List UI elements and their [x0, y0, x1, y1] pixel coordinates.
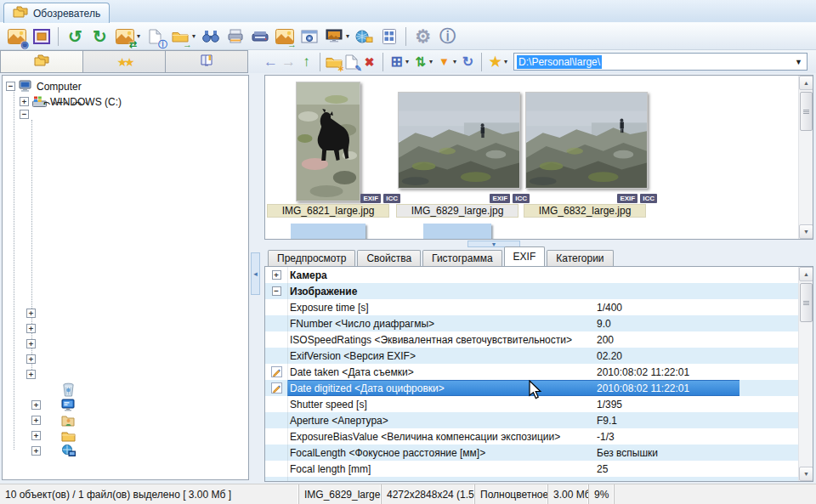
settings-icon[interactable]: ⚙ — [411, 25, 434, 48]
exif-group-toggle[interactable]: + — [272, 270, 281, 280]
slideshow-dropdown-icon[interactable]: ▾ — [346, 32, 349, 40]
scroll-up-button[interactable]: ▲ — [799, 76, 813, 90]
exif-row[interactable]: Focal length [mm]25 — [265, 461, 798, 477]
exif-row[interactable]: Aperture <Апертура>F9.1 — [265, 412, 798, 428]
tree-expand-toggle[interactable]: − — [6, 82, 15, 91]
tab-предпросмотр[interactable]: Предпросмотр — [268, 250, 355, 266]
tree-expand-toggle[interactable]: + — [26, 339, 36, 348]
refresh-icon[interactable]: ↻ — [459, 53, 477, 71]
thumbnail-image[interactable] — [525, 92, 648, 189]
tab-категории[interactable]: Категории — [547, 250, 613, 266]
scroll-down-button[interactable]: ▼ — [799, 467, 813, 481]
tree-item[interactable]: + — [26, 306, 36, 320]
tree-expand-toggle[interactable]: + — [31, 431, 41, 440]
forward-icon[interactable]: → — [280, 53, 298, 71]
pane-tab-favorites[interactable]: ★★ — [83, 50, 166, 73]
sort-dropdown-icon[interactable]: ▾ — [429, 58, 433, 65]
exif-row[interactable]: Exposure time [s]1/400 — [265, 299, 798, 315]
tree-item[interactable]: + — [26, 352, 36, 366]
open-with-dropdown-icon[interactable]: ▾ — [192, 32, 196, 40]
exif-row[interactable]: SubSecTime053 — [265, 477, 798, 482]
tree-expand-toggle[interactable]: + — [26, 324, 36, 333]
screen-capture-icon[interactable] — [298, 25, 320, 48]
tree-expand-toggle[interactable]: + — [31, 416, 41, 425]
tree-expand-toggle[interactable]: + — [26, 370, 36, 379]
upload-web-icon[interactable] — [353, 25, 376, 48]
thumbnail-filename[interactable]: IMG_6829_large.jpg — [396, 204, 518, 218]
view-mode-dropdown-icon[interactable]: ▾ — [405, 58, 409, 65]
thumbnail-image[interactable] — [296, 82, 360, 201]
filter-dropdown-icon[interactable]: ▾ — [453, 58, 456, 65]
slideshow-icon[interactable] — [322, 25, 345, 48]
tab-exif[interactable]: EXIF — [504, 246, 546, 266]
exif-row[interactable]: −Изображение — [265, 283, 798, 299]
pane-tab-albums[interactable] — [166, 50, 248, 73]
edit-field-icon[interactable] — [271, 382, 282, 394]
scrollbar-thumb[interactable] — [800, 283, 813, 322]
address-bar[interactable]: D:\Personal\large\ ▼ — [513, 53, 808, 71]
delete-icon[interactable]: ✖ — [360, 53, 378, 71]
scrollbar-thumb[interactable] — [800, 92, 813, 131]
vertical-scrollbar[interactable]: ▲▼ — [798, 76, 813, 239]
tree-item[interactable]: + — [26, 367, 36, 382]
thumbnail-partial-selected[interactable] — [423, 224, 491, 240]
thumbnail-partial-selected[interactable] — [291, 224, 366, 240]
thumbnail-filename[interactable]: IMG_6832_large.jpg — [524, 204, 646, 218]
exif-row-selected[interactable]: Date digitized <Дата оцифровки>2010:08:0… — [265, 380, 798, 396]
view-image-icon[interactable]: ◉ — [5, 25, 28, 48]
tree-item[interactable]: + — [31, 444, 76, 458]
tree-item-clipped[interactable]: DATA (D:) — [43, 100, 111, 105]
exif-row[interactable]: ExifVersion <Версия EXIF>02.20 — [265, 348, 798, 364]
pane-tab-folders[interactable] — [0, 50, 83, 73]
tree-item[interactable]: + — [31, 428, 76, 443]
tree-splitter-handle[interactable]: ◂ — [251, 252, 260, 295]
new-folder-icon[interactable]: ∗ — [325, 53, 343, 71]
edit-field-icon[interactable] — [271, 366, 282, 377]
up-icon[interactable]: ↑ — [298, 53, 315, 71]
favorites-menu-dropdown-icon[interactable]: ▾ — [504, 58, 507, 65]
export-icon[interactable]: → — [273, 25, 296, 48]
tree-expand-toggle[interactable]: + — [31, 400, 41, 410]
convert-dropdown-icon[interactable]: ▾ — [137, 32, 140, 40]
open-with-icon[interactable]: → — [168, 25, 191, 48]
tree-item[interactable]: + — [26, 321, 36, 336]
tree-expand-toggle[interactable]: + — [26, 309, 36, 318]
exif-row[interactable]: +Камера — [265, 267, 798, 283]
convert-icon[interactable]: ⇄ — [113, 25, 136, 48]
exif-row[interactable]: FocalLength <Фокусное расстояние [мм]>Бе… — [265, 445, 798, 461]
browser-window-tab[interactable]: Обозреватель — [3, 3, 110, 23]
tree-item[interactable]: + — [26, 337, 36, 351]
exif-group-toggle[interactable]: − — [272, 286, 281, 296]
scroll-down-button[interactable]: ▼ — [799, 224, 813, 239]
favorites-menu-icon[interactable]: ★ — [486, 53, 504, 71]
tab-свойства[interactable]: Свойства — [357, 250, 421, 266]
properties-icon[interactable]: ⓘ — [144, 25, 167, 48]
thumbnail-filename[interactable]: IMG_6821_large.jpg — [267, 204, 389, 218]
vertical-scrollbar[interactable]: ▲▼ — [798, 267, 813, 481]
exif-row[interactable]: ExposureBiasValue <Величина компенсации … — [265, 428, 798, 445]
rename-icon[interactable]: ✎ — [343, 53, 360, 71]
exif-row[interactable]: ISOSpeedRatings <Эквивалентная светочувс… — [265, 331, 798, 348]
rotate-left-icon[interactable]: ↺ — [64, 25, 87, 48]
back-icon[interactable]: ← — [262, 53, 280, 71]
exif-row[interactable]: FNumber <Число диафрагмы>9.0 — [265, 315, 798, 331]
tree-item[interactable]: + — [31, 398, 76, 412]
batch-convert-icon[interactable] — [377, 25, 400, 48]
view-mode-icon[interactable]: ⊞ — [388, 53, 405, 71]
address-dropdown-icon[interactable]: ▼ — [795, 58, 804, 66]
tree-expand-toggle[interactable]: + — [31, 446, 41, 456]
tree-item[interactable] — [62, 382, 75, 397]
thumbnail-image[interactable] — [398, 92, 520, 189]
exif-row[interactable]: Date taken <Дата съемки>2010:08:02 11:22… — [265, 364, 798, 380]
tree-item[interactable]: + — [31, 413, 75, 428]
tab-гистограмма[interactable]: Гистограмма — [422, 250, 502, 266]
tree-expand-toggle[interactable]: − — [20, 110, 29, 119]
scroll-up-button[interactable]: ▲ — [799, 267, 813, 281]
acquire-scan-icon[interactable] — [248, 25, 271, 48]
fullscreen-icon[interactable] — [30, 25, 53, 48]
tree-expand-toggle[interactable]: + — [26, 354, 36, 364]
tree-expand-toggle[interactable]: + — [20, 97, 29, 106]
about-icon[interactable]: ⓘ — [436, 25, 459, 48]
find-icon[interactable] — [199, 25, 222, 48]
sort-icon[interactable]: ⇅ — [411, 53, 429, 71]
